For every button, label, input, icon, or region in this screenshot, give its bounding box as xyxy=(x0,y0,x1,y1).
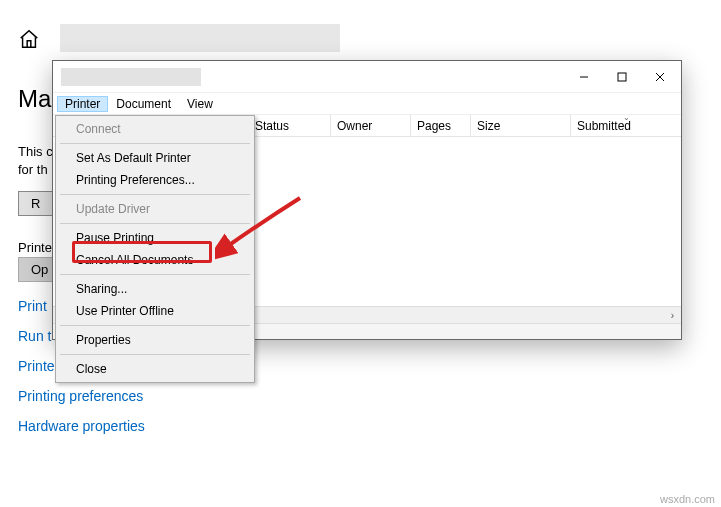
separator xyxy=(60,143,250,144)
minimize-button[interactable] xyxy=(565,63,603,91)
link-hardware-properties[interactable]: Hardware properties xyxy=(18,418,318,434)
col-owner[interactable]: Owner xyxy=(331,115,411,136)
maximize-button[interactable] xyxy=(603,63,641,91)
menu-cancel-all-documents[interactable]: Cancel All Documents xyxy=(58,249,252,271)
col-pages[interactable]: Pages xyxy=(411,115,471,136)
settings-button[interactable]: R xyxy=(18,191,53,216)
separator xyxy=(60,274,250,275)
separator xyxy=(60,223,250,224)
col-status[interactable]: Status xyxy=(249,115,331,136)
menu-connect: Connect xyxy=(58,118,252,140)
menu-use-printer-offline[interactable]: Use Printer Offline xyxy=(58,300,252,322)
link-printing-preferences[interactable]: Printing preferences xyxy=(18,388,318,404)
menu-properties[interactable]: Properties xyxy=(58,329,252,351)
menu-printing-preferences[interactable]: Printing Preferences... xyxy=(58,169,252,191)
menu-set-default[interactable]: Set As Default Printer xyxy=(58,147,252,169)
menu-printer[interactable]: Printer xyxy=(57,96,108,112)
titlebar[interactable] xyxy=(53,61,681,93)
menu-view[interactable]: View xyxy=(179,96,221,112)
separator xyxy=(60,194,250,195)
menu-document[interactable]: Document xyxy=(108,96,179,112)
print-queue-window: Printer Document View Document Name Stat… xyxy=(52,60,682,340)
separator xyxy=(60,325,250,326)
menu-update-driver: Update Driver xyxy=(58,198,252,220)
close-button[interactable] xyxy=(641,63,679,91)
col-size[interactable]: Size xyxy=(471,115,571,136)
window-title-placeholder xyxy=(61,68,201,86)
watermark: wsxdn.com xyxy=(660,493,715,505)
printer-menu-dropdown: Connect Set As Default Printer Printing … xyxy=(55,115,255,383)
header-placeholder xyxy=(60,24,340,52)
svg-rect-1 xyxy=(618,73,626,81)
menu-close[interactable]: Close xyxy=(58,358,252,380)
chevron-down-icon: ⌄ xyxy=(623,113,630,122)
col-submitted[interactable]: Submitted ⌄ xyxy=(571,115,681,136)
separator xyxy=(60,354,250,355)
menu-pause-printing[interactable]: Pause Printing xyxy=(58,227,252,249)
menubar: Printer Document View xyxy=(53,93,681,115)
scroll-right-icon[interactable]: › xyxy=(664,307,681,324)
home-icon[interactable] xyxy=(18,28,40,50)
menu-sharing[interactable]: Sharing... xyxy=(58,278,252,300)
